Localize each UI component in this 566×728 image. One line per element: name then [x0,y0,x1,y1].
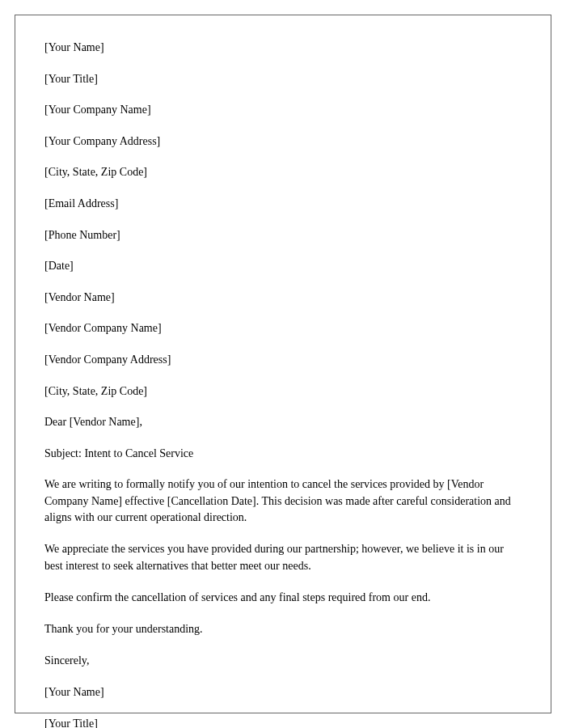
vendor-company: [Vendor Company Name] [44,320,522,336]
body-paragraph-4: Thank you for your understanding. [44,621,522,637]
subject-line: Subject: Intent to Cancel Service [44,446,522,462]
letter-page: [Your Name] [Your Title] [Your Company N… [15,15,551,713]
greeting: Dear [Vendor Name], [44,414,522,430]
body-paragraph-2: We appreciate the services you have prov… [44,541,522,574]
vendor-name: [Vendor Name] [44,290,522,306]
body-paragraph-3: Please confirm the cancellation of servi… [44,590,522,606]
letter-date: [Date] [44,258,522,274]
closing: Sincerely, [44,653,522,669]
vendor-city-state-zip: [City, State, Zip Code] [44,383,522,400]
body-paragraph-1: We are writing to formally notify you of… [44,476,522,526]
signature-name: [Your Name] [44,684,522,700]
sender-name: [Your Name] [44,40,522,56]
sender-city-state-zip: [City, State, Zip Code] [44,164,522,180]
vendor-address: [Vendor Company Address] [44,352,522,368]
signature-title: [Your Title] [44,716,522,728]
sender-address: [Your Company Address] [44,133,522,150]
sender-title: [Your Title] [44,71,522,87]
sender-phone: [Phone Number] [44,227,522,243]
sender-email: [Email Address] [44,196,522,212]
sender-company: [Your Company Name] [44,102,522,118]
